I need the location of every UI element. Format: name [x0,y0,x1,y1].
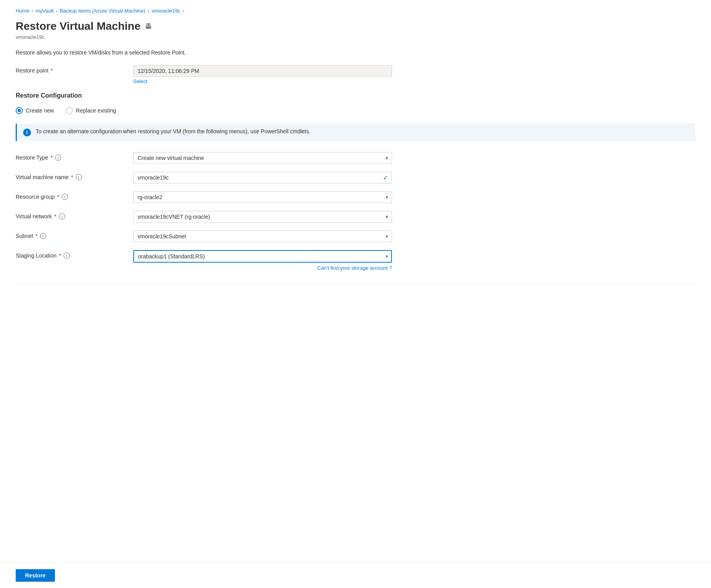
info-banner: i To create an alternate configuration w… [16,123,695,141]
resource-group-select[interactable]: rg-oracle2 [133,191,392,203]
vm-name-input[interactable] [133,172,392,183]
radio-replace-existing[interactable]: Replace existing [66,107,116,114]
restore-point-required: * [51,67,53,74]
restore-type-radio-group: Create new Replace existing [16,107,695,114]
resource-group-label: Resource group * i [16,191,125,200]
vm-name-input-wrapper: ✓ [133,172,392,183]
staging-location-required: * [59,252,61,259]
staging-location-select-wrapper: orabackup1 (StandardLRS) ▾ [133,250,392,263]
virtual-network-select[interactable]: vmoracle19cVNET (rg-oracle) [133,211,392,223]
restore-type-select[interactable]: Create new virtual machine Restore disks [133,152,392,164]
restore-configuration-title: Restore Configuration [16,92,695,99]
breadcrumb-home[interactable]: Home [16,8,29,14]
breadcrumb-backup-items[interactable]: Backup Items (Azure Virtual Machine) [60,8,145,14]
subnet-input-area: vmoracle19cSubnet ▾ [133,230,392,242]
vm-name-input-area: ✓ [133,172,392,183]
info-banner-text: To create an alternate configuration whe… [36,128,310,134]
radio-create-new[interactable]: Create new [16,107,54,114]
breadcrumb-vmoracle[interactable]: vmoracle19c [152,8,181,14]
restore-type-select-wrapper: Create new virtual machine Restore disks… [133,152,392,164]
breadcrumb-sep-2: › [56,8,58,14]
staging-location-select[interactable]: orabackup1 (StandardLRS) [133,250,392,263]
virtual-network-select-wrapper: vmoracle19cVNET (rg-oracle) ▾ [133,211,392,223]
resource-group-row: Resource group * i rg-oracle2 ▾ [16,191,695,203]
footer-bar: Restore [0,563,711,588]
restore-point-label: Restore point * [16,65,125,74]
staging-location-input-area: orabackup1 (StandardLRS) ▾ Can't find yo… [133,250,392,271]
print-icon[interactable]: 🖶 [145,22,152,31]
virtual-network-info-icon[interactable]: i [59,213,65,220]
virtual-network-row: Virtual network * i vmoracle19cVNET (rg-… [16,211,695,223]
subnet-select-wrapper: vmoracle19cSubnet ▾ [133,230,392,242]
vm-name-label: Virtual machine name * i [16,172,125,180]
resource-group-info-icon[interactable]: i [62,194,68,200]
page-title: Restore Virtual Machine [16,20,140,33]
subnet-label: Subnet * i [16,230,125,239]
restore-type-input-area: Create new virtual machine Restore disks… [133,152,392,164]
subnet-row: Subnet * i vmoracle19cSubnet ▾ [16,230,695,242]
radio-replace-existing-label: Replace existing [76,107,116,114]
vm-name-checkmark-icon: ✓ [383,174,388,181]
restore-point-input[interactable] [133,65,392,77]
restore-point-input-area: Select [133,65,392,84]
footer-divider [16,283,695,284]
cant-find-storage-link[interactable]: Can't find your storage account ? [133,265,392,271]
restore-point-select-link[interactable]: Select [133,78,392,84]
subnet-info-icon[interactable]: i [40,233,46,239]
breadcrumb-myvault[interactable]: myVault [36,8,54,14]
resource-group-select-wrapper: rg-oracle2 ▾ [133,191,392,203]
radio-create-new-circle[interactable] [16,107,23,114]
restore-type-label: Restore Type * i [16,152,125,161]
breadcrumb-sep-4: › [183,8,184,14]
restore-point-row: Restore point * Select [16,65,695,84]
vm-name-required: * [71,174,73,180]
vm-name-info-icon[interactable]: i [76,174,82,180]
info-banner-icon: i [23,129,31,136]
restore-type-info-icon[interactable]: i [55,154,61,161]
restore-type-required: * [51,154,53,161]
restore-button[interactable]: Restore [16,569,55,582]
resource-group-required: * [57,194,59,200]
staging-location-info-icon[interactable]: i [63,252,70,259]
page-header: Restore Virtual Machine 🖶 [16,20,695,33]
radio-create-new-label: Create new [26,107,54,114]
virtual-network-label: Virtual network * i [16,211,125,220]
virtual-network-required: * [54,213,56,220]
breadcrumb: Home › myVault › Backup Items (Azure Vir… [16,8,695,14]
resource-group-input-area: rg-oracle2 ▾ [133,191,392,203]
subnet-required: * [35,233,37,239]
page-subtitle: vmoracle19c [16,34,695,40]
staging-location-label: Staging Location * i [16,250,125,259]
vm-name-row: Virtual machine name * i ✓ [16,172,695,183]
breadcrumb-sep-3: › [148,8,149,14]
breadcrumb-sep-1: › [32,8,33,14]
restore-type-row: Restore Type * i Create new virtual mach… [16,152,695,164]
page-description: Restore allows you to restore VM/disks f… [16,49,695,56]
virtual-network-input-area: vmoracle19cVNET (rg-oracle) ▾ [133,211,392,223]
radio-replace-existing-circle[interactable] [66,107,73,114]
subnet-select[interactable]: vmoracle19cSubnet [133,230,392,242]
staging-location-row: Staging Location * i orabackup1 (Standar… [16,250,695,271]
